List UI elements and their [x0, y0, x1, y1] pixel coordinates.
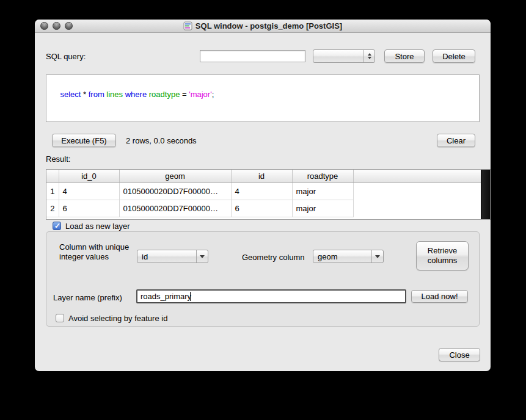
window-title: SQL window - postgis_demo [PostGIS]	[195, 21, 342, 31]
sql-window: SQL window - postgis_demo [PostGIS] SQL …	[35, 20, 491, 371]
geometry-column-dropdown[interactable]: geom	[313, 250, 384, 263]
table-cell[interactable]: major	[292, 183, 353, 200]
sql-token-string: 'major'	[189, 90, 211, 99]
chevron-down-icon	[196, 250, 208, 262]
result-table: id_0geomidroadtype 140105000020DD7F00000…	[46, 170, 481, 217]
row-number[interactable]: 1	[46, 183, 59, 200]
unique-column-label: Column with unique integer values	[59, 242, 140, 262]
store-button[interactable]: Store	[384, 49, 425, 63]
table-cell[interactable]: major	[292, 200, 353, 217]
row-number[interactable]: 2	[46, 200, 59, 217]
table-cell[interactable]: 4	[59, 183, 119, 200]
window-title-group: SQL window - postgis_demo [PostGIS]	[183, 21, 342, 31]
table-cell[interactable]: 4	[231, 183, 292, 200]
filler-header	[353, 170, 481, 183]
query-name-input[interactable]	[200, 50, 305, 62]
column-header-id_0[interactable]: id_0	[59, 170, 119, 183]
sql-token-identifier: lines	[106, 90, 123, 99]
table-cell[interactable]: 6	[231, 200, 292, 217]
load-options-group: Column with unique integer values id Geo…	[46, 231, 480, 327]
window-icon	[183, 21, 192, 31]
execute-button[interactable]: Execute (F5)	[52, 134, 116, 147]
window-controls	[40, 22, 73, 30]
sql-token-keyword: select	[60, 90, 81, 99]
avoid-selecting-checkbox[interactable]	[56, 314, 64, 322]
table-scrollbar[interactable]	[481, 170, 490, 219]
table-row: 140105000020DD7F00000…4major	[46, 183, 481, 200]
layer-name-field-wrap	[136, 289, 406, 303]
sql-token-plain: *	[81, 90, 88, 99]
layer-name-input[interactable]	[136, 289, 406, 303]
retrieve-columns-button[interactable]: Retrieve columns	[416, 241, 469, 270]
table-cell[interactable]: 6	[59, 200, 119, 217]
geometry-column-value: geom	[313, 250, 371, 262]
sql-token-keyword: where	[125, 90, 147, 99]
text-cursor	[190, 292, 191, 301]
column-header-id[interactable]: id	[231, 170, 292, 183]
result-table-container: id_0geomidroadtype 140105000020DD7F00000…	[46, 169, 491, 220]
unique-column-value: id	[137, 250, 196, 262]
table-cell[interactable]: 0105000020DD7F00000…	[119, 183, 231, 200]
filler-cell	[353, 183, 481, 200]
unique-column-dropdown[interactable]: id	[137, 250, 208, 263]
close-dialog-button[interactable]: Close	[439, 348, 480, 361]
popup-arrows-icon	[363, 50, 374, 62]
sql-token-plain: =	[180, 90, 189, 99]
result-header-row: id_0geomidroadtype	[46, 170, 481, 183]
sql-editor-text: select * from lines where roadtype = 'ma…	[60, 90, 214, 99]
geometry-column-label: Geometry column	[242, 253, 305, 262]
avoid-selecting-label: Avoid selecting by feature id	[68, 314, 167, 323]
load-now-button[interactable]: Load now!	[411, 290, 468, 303]
result-label: Result:	[46, 154, 70, 164]
delete-button[interactable]: Delete	[433, 49, 475, 63]
sql-editor[interactable]: select * from lines where roadtype = 'ma…	[46, 74, 480, 122]
table-row: 260105000020DD7F00000…6major	[46, 200, 481, 217]
load-as-new-layer-checkbox[interactable]	[53, 222, 61, 230]
sql-token-identifier: roadtype	[149, 90, 180, 99]
chevron-down-icon	[371, 250, 383, 262]
column-header-roadtype[interactable]: roadtype	[292, 170, 353, 183]
result-body: 140105000020DD7F00000…4major260105000020…	[46, 183, 481, 217]
status-text: 2 rows, 0.0 seconds	[126, 136, 197, 145]
result-table-area: id_0geomidroadtype 140105000020DD7F00000…	[46, 170, 481, 219]
close-button[interactable]	[40, 22, 48, 30]
column-header-geom[interactable]: geom	[119, 170, 231, 183]
saved-query-value	[313, 50, 363, 62]
layer-name-label: Layer name (prefix)	[53, 293, 122, 302]
titlebar: SQL window - postgis_demo [PostGIS]	[35, 20, 491, 33]
minimize-button[interactable]	[53, 22, 60, 30]
sql-query-label: SQL query:	[46, 52, 86, 61]
clear-button[interactable]: Clear	[437, 134, 475, 147]
zoom-button[interactable]	[65, 22, 73, 30]
sql-token-plain: ;	[212, 90, 214, 99]
sql-token-keyword: from	[89, 90, 104, 99]
corner-header	[46, 170, 59, 183]
saved-query-dropdown[interactable]	[313, 49, 375, 63]
table-cell[interactable]: 0105000020DD7F00000…	[119, 200, 231, 217]
filler-cell	[353, 200, 481, 217]
load-as-new-layer-label: Load as new layer	[65, 222, 130, 231]
